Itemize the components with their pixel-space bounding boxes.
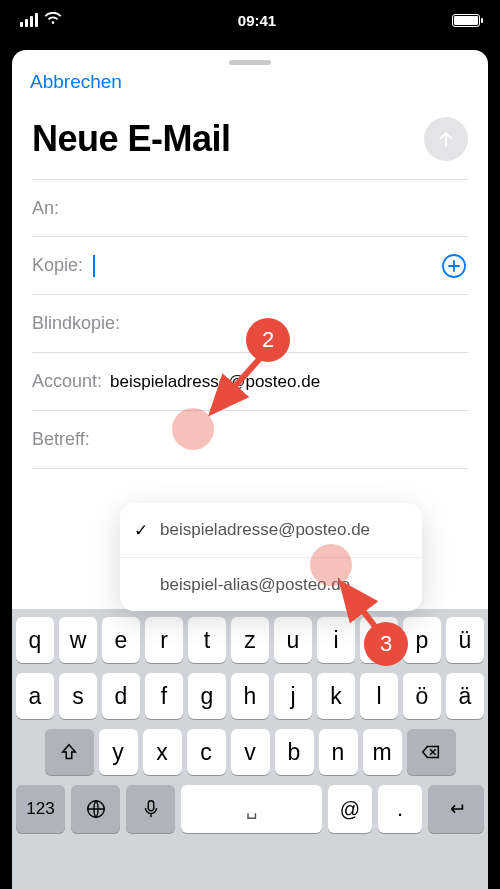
at-key[interactable]: @: [328, 785, 372, 833]
globe-key[interactable]: [71, 785, 120, 833]
shift-icon: [58, 741, 80, 763]
key-w[interactable]: w: [59, 617, 97, 663]
key-r[interactable]: r: [145, 617, 183, 663]
globe-icon: [85, 798, 107, 820]
period-key[interactable]: .: [378, 785, 422, 833]
backspace-key[interactable]: [407, 729, 456, 775]
key-l[interactable]: l: [360, 673, 398, 719]
backspace-icon: [420, 741, 442, 763]
key-y[interactable]: y: [99, 729, 138, 775]
key-b[interactable]: b: [275, 729, 314, 775]
account-label: Account:: [32, 371, 102, 392]
to-field[interactable]: An:: [32, 179, 468, 237]
compose-title: Neue E-Mail: [32, 118, 231, 160]
status-bar: 09:41: [0, 0, 500, 40]
annotation-marker-2: 2: [246, 318, 290, 362]
send-button[interactable]: [424, 117, 468, 161]
key-m[interactable]: m: [363, 729, 402, 775]
add-contact-button[interactable]: [440, 252, 468, 280]
keyboard-row-1: qwertzuiopü: [16, 617, 484, 663]
keyboard-row-2: asdfghjklöä: [16, 673, 484, 719]
key-ä[interactable]: ä: [446, 673, 484, 719]
sheet-grabber[interactable]: [229, 60, 271, 65]
key-v[interactable]: v: [231, 729, 270, 775]
arrow-up-icon: [435, 128, 457, 150]
to-label: An:: [32, 198, 59, 219]
bcc-label: Blindkopie:: [32, 313, 120, 334]
account-option-1-label: beispieladresse@posteo.de: [160, 520, 370, 540]
key-k[interactable]: k: [317, 673, 355, 719]
return-key[interactable]: [428, 785, 484, 833]
cc-label: Kopie:: [32, 255, 83, 276]
key-n[interactable]: n: [319, 729, 358, 775]
checkmark-icon: ✓: [134, 520, 148, 541]
keyboard-row-3: yxcvbnm: [16, 729, 484, 775]
microphone-icon: [140, 798, 162, 820]
return-icon: [445, 798, 467, 820]
space-key[interactable]: ␣: [181, 785, 322, 833]
svg-line-1: [212, 356, 262, 412]
cancel-button[interactable]: Abbrechen: [12, 65, 140, 93]
subject-label: Betreff:: [32, 429, 90, 450]
key-e[interactable]: e: [102, 617, 140, 663]
key-ü[interactable]: ü: [446, 617, 484, 663]
annotation-marker-3: 3: [364, 622, 408, 666]
key-x[interactable]: x: [143, 729, 182, 775]
account-option-1[interactable]: ✓ beispieladresse@posteo.de: [120, 503, 422, 557]
key-g[interactable]: g: [188, 673, 226, 719]
compose-sheet: Abbrechen Neue E-Mail An: Kopie: Blindko…: [12, 50, 488, 889]
key-d[interactable]: d: [102, 673, 140, 719]
mic-key[interactable]: [126, 785, 175, 833]
key-h[interactable]: h: [231, 673, 269, 719]
status-time: 09:41: [238, 12, 276, 29]
key-a[interactable]: a: [16, 673, 54, 719]
key-f[interactable]: f: [145, 673, 183, 719]
key-z[interactable]: z: [231, 617, 269, 663]
key-u[interactable]: u: [274, 617, 312, 663]
key-j[interactable]: j: [274, 673, 312, 719]
wifi-icon: [44, 12, 62, 29]
cellular-signal-icon: [20, 13, 38, 27]
text-cursor: [93, 255, 95, 277]
key-q[interactable]: q: [16, 617, 54, 663]
key-ö[interactable]: ö: [403, 673, 441, 719]
key-c[interactable]: c: [187, 729, 226, 775]
numbers-key[interactable]: 123: [16, 785, 65, 833]
battery-icon: [452, 14, 480, 27]
cc-field[interactable]: Kopie:: [32, 237, 468, 295]
keyboard-row-4: 123 ␣ @ .: [16, 785, 484, 833]
plus-circle-icon: [441, 253, 467, 279]
svg-rect-4: [148, 801, 154, 811]
key-t[interactable]: t: [188, 617, 226, 663]
shift-key[interactable]: [45, 729, 94, 775]
onscreen-keyboard: qwertzuiopü asdfghjklöä yxcvbnm 123 ␣ @ …: [12, 609, 488, 889]
key-s[interactable]: s: [59, 673, 97, 719]
